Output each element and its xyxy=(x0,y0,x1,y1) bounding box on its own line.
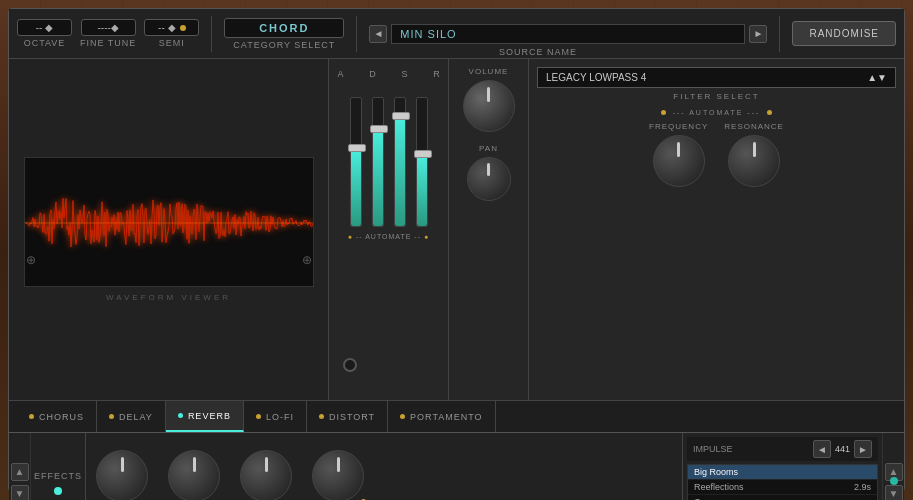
top-bar: -- ◆ OCTAVE ----◆ FINE TUNE -- ◆ SEMI CH… xyxy=(9,9,904,59)
main-panel: -- ◆ OCTAVE ----◆ FINE TUNE -- ◆ SEMI CH… xyxy=(8,8,905,492)
octave-label: OCTAVE xyxy=(24,38,66,48)
automate-label: ● -- AUTOMATE -- ● xyxy=(348,233,430,240)
decay-slider[interactable] xyxy=(372,97,384,227)
automate-dot-right: ● xyxy=(424,233,429,240)
category-section: CHORD CATEGORY SELECT xyxy=(224,18,344,50)
octave-spinner[interactable]: -- ◆ xyxy=(17,19,72,36)
adsr-a: A xyxy=(333,69,349,79)
tab-chorus[interactable]: CHORUS xyxy=(17,401,97,432)
size-knob[interactable] xyxy=(168,450,220,500)
impulse-item-2[interactable]: Reeflections2.9s xyxy=(688,480,877,495)
filter-teal-dot xyxy=(890,477,898,485)
semi-dot xyxy=(180,25,186,31)
pre-group: PRE xyxy=(96,450,148,500)
impulse-next[interactable]: ► xyxy=(854,440,872,458)
attack-thumb[interactable] xyxy=(348,144,366,152)
semi-spinner[interactable]: -- ◆ xyxy=(144,19,199,36)
effects-text-label: EFFECTS xyxy=(34,471,82,481)
volume-knob[interactable] xyxy=(463,80,515,132)
randomise-button[interactable]: RANDOMISE xyxy=(792,21,896,46)
filter-automate-dot-r xyxy=(767,110,772,115)
resonance-knob[interactable] xyxy=(728,135,780,187)
impulse-item-1[interactable]: Big Rooms xyxy=(688,465,877,480)
fine-tune-group: ----◆ FINE TUNE xyxy=(80,19,136,48)
volume-label: VOLUME xyxy=(469,67,509,76)
portamento-dot xyxy=(400,414,405,419)
filter-select-value: LEGACY LOWPASS 4 xyxy=(546,72,646,83)
pan-knob[interactable] xyxy=(467,157,511,201)
impulse-label-text: IMPULSE xyxy=(693,444,733,454)
divider-2 xyxy=(356,16,357,52)
effects-right-down[interactable]: ▼ xyxy=(885,485,903,501)
impulse-controls: ◄ 441 ► xyxy=(813,440,872,458)
filter-select-box[interactable]: LEGACY LOWPASS 4 ▲▼ xyxy=(537,67,896,88)
waveform-container xyxy=(24,157,314,287)
sustain-slider[interactable] xyxy=(394,97,406,227)
filter-knobs-row: FREQUENCY RESONANCE xyxy=(537,122,896,187)
fine-tune-value: ----◆ xyxy=(98,22,119,33)
effects-on-indicator[interactable] xyxy=(54,487,62,495)
source-display: MIN SILO xyxy=(391,24,745,44)
source-prev-button[interactable]: ◄ xyxy=(369,25,387,43)
category-label: CATEGORY SELECT xyxy=(233,40,335,50)
tab-lofi[interactable]: LO-FI xyxy=(244,401,307,432)
source-next-button[interactable]: ► xyxy=(749,25,767,43)
lofi-dot xyxy=(256,414,261,419)
source-section: ◄ MIN SILO ► xyxy=(369,24,767,44)
filter-select-label: FILTER SELECT xyxy=(537,92,896,101)
highpass-group: HIGHPASS xyxy=(240,450,292,500)
semi-value: -- ◆ xyxy=(158,22,175,33)
divider-1 xyxy=(211,16,212,52)
adsr-r: R xyxy=(429,69,445,79)
effects-scroll-up[interactable]: ▲ xyxy=(11,463,29,481)
sustain-thumb[interactable] xyxy=(392,112,410,120)
sliders-container xyxy=(350,87,428,227)
attack-slider[interactable] xyxy=(350,97,362,227)
octave-value: -- ◆ xyxy=(36,22,53,33)
effects-right-nav: ▲ ▼ xyxy=(882,433,904,500)
waveform-label: WAVEFORM VIEWER xyxy=(106,293,231,302)
release-slider[interactable] xyxy=(416,97,428,227)
impulse-prev[interactable]: ◄ xyxy=(813,440,831,458)
category-box[interactable]: CHORD xyxy=(224,18,344,38)
return-knob[interactable] xyxy=(312,450,364,500)
highpass-knob[interactable] xyxy=(240,450,292,500)
chorus-dot xyxy=(29,414,34,419)
effects-scroll-down[interactable]: ▼ xyxy=(11,485,29,501)
filter-section: LEGACY LOWPASS 4 ▲▼ FILTER SELECT --- AU… xyxy=(529,59,904,400)
distort-label: DISTORT xyxy=(329,412,375,422)
source-name-label: SOURCE NAME xyxy=(499,47,577,57)
vol-pan-section: VOLUME PAN xyxy=(449,59,529,400)
automate-dot-left: ● xyxy=(348,233,353,240)
fine-tune-spinner[interactable]: ----◆ xyxy=(81,19,136,36)
resonance-group: RESONANCE xyxy=(724,122,784,187)
tab-portamento[interactable]: PORTAMENTO xyxy=(388,401,496,432)
octave-group: -- ◆ OCTAVE xyxy=(17,19,72,48)
adsr-labels: A D S R xyxy=(333,69,445,79)
frequency-knob[interactable] xyxy=(653,135,705,187)
delay-label: DELAY xyxy=(119,412,153,422)
adsr-section: A D S R xyxy=(329,59,449,400)
impulse-item-3[interactable]: Orven xyxy=(688,495,877,500)
delay-dot xyxy=(109,414,114,419)
adsr-s: S xyxy=(397,69,413,79)
semi-group: -- ◆ SEMI xyxy=(144,19,199,48)
filter-select-arrow: ▲▼ xyxy=(867,72,887,83)
effects-tabs-bar: CHORUS DELAY REVERB LO-FI DISTORT PORTAM… xyxy=(9,401,904,433)
pan-label: PAN xyxy=(479,144,498,153)
release-thumb[interactable] xyxy=(414,150,432,158)
tab-distort[interactable]: DISTORT xyxy=(307,401,388,432)
tab-delay[interactable]: DELAY xyxy=(97,401,166,432)
adsr-circle xyxy=(343,358,357,372)
filter-automate-dot-l xyxy=(661,110,666,115)
adsr-d: D xyxy=(365,69,381,79)
corner-bl-icon: ⊕ xyxy=(26,253,36,267)
reverb-label: REVERB xyxy=(188,411,231,421)
tab-reverb[interactable]: REVERB xyxy=(166,401,244,432)
impulse-value: 441 xyxy=(835,444,850,454)
impulse-list: Big Rooms Reeflections2.9s Orven xyxy=(687,464,878,500)
pre-knob[interactable] xyxy=(96,450,148,500)
category-value: CHORD xyxy=(259,22,309,34)
decay-thumb[interactable] xyxy=(370,125,388,133)
impulse-panel: IMPULSE ◄ 441 ► Big Rooms Reeflections2.… xyxy=(682,433,882,500)
